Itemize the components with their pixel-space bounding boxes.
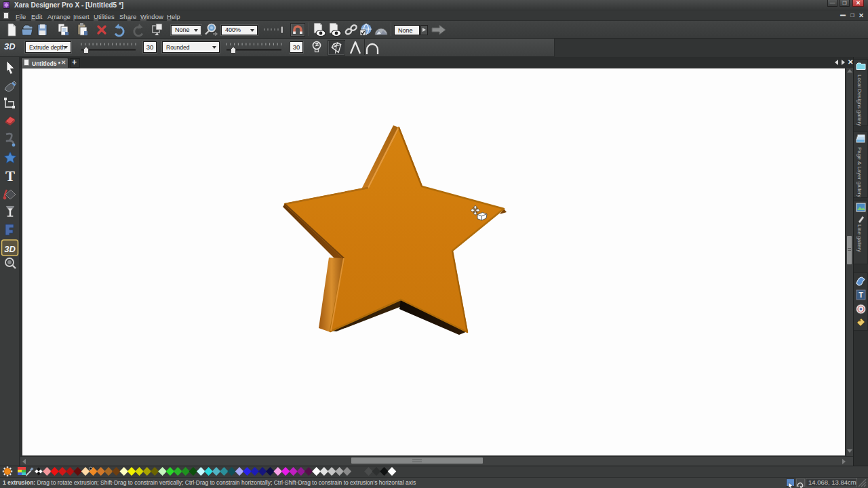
svg-text:3D: 3D <box>4 244 16 254</box>
svg-text:T: T <box>5 168 15 184</box>
svg-text:T: T <box>859 291 863 299</box>
